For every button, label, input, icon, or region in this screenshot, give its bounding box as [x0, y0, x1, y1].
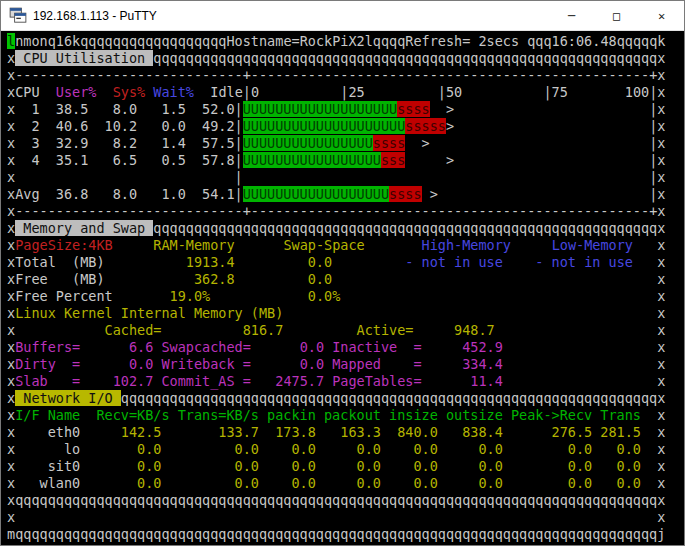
terminal-segment: x [7, 118, 15, 134]
terminal-line: x wlan0 0.0 0.0 0.0 0.0 0.0 0.0 0.0 0.0 … [7, 475, 665, 492]
putty-icon [9, 7, 27, 25]
terminal-segment: qqqqqqqqqqqqqqqqqqqqqqqqqqqqqqqqqqqqqqqq… [153, 220, 657, 236]
terminal-segment: x [7, 288, 15, 304]
terminal-segment [503, 356, 657, 372]
terminal-segment: x [7, 475, 15, 491]
terminal-segment: High-Memory [422, 237, 511, 253]
terminal-segment: x [7, 356, 15, 372]
terminal-line: x | |x [7, 169, 665, 186]
terminal-line: xLinux Kernel Internal Memory (MB) x [7, 305, 665, 322]
terminal-segment: - not in use [405, 254, 503, 270]
terminal-right-border: x [657, 254, 665, 271]
terminal-segment: qqqqqqqqqqqqqqqqqqqqqqqqqqqqqqqqqqqqqqqq… [121, 390, 657, 406]
terminal-right-border: j [657, 526, 665, 543]
terminal-segment: x [7, 169, 15, 185]
terminal-segment: PageSize:4KB [15, 237, 113, 253]
terminal-segment: nmonq16k [15, 33, 80, 49]
terminal-segment: |0 |25 |50 |75 100| [243, 84, 658, 100]
terminal-segment: x [7, 305, 15, 321]
terminal-segment: ----------------------------------------… [251, 67, 649, 83]
terminal-line: x----------------------------+----------… [7, 203, 665, 220]
terminal-segment: Free Percent [15, 288, 113, 304]
terminal-segment: sss [381, 152, 405, 168]
terminal-line: xBuffers= 6.6 Swapcached= 0.0 Inactive =… [7, 339, 665, 356]
terminal-segment: Swap-Space [283, 237, 364, 253]
terminal-segment [633, 237, 657, 253]
terminal-segment [365, 237, 422, 253]
terminal-segment: x [7, 373, 15, 389]
terminal-line: x 4 35.1 6.5 0.5 57.8|UUUUUUUUUUUUUUUUUs… [7, 152, 665, 169]
terminal-segment: x [7, 152, 15, 168]
terminal-segment: Wait% [153, 84, 194, 100]
terminal-segment: Commit_AS = [161, 373, 250, 389]
terminal-line: xFree (MB) 362.8 0.0 x [7, 271, 665, 288]
terminal-segment: | [649, 118, 657, 134]
terminal-segment: x [7, 67, 15, 83]
terminal-segment [503, 373, 657, 389]
terminal-segment: Total (MB) [15, 254, 104, 270]
terminal-segment: ssss [397, 101, 430, 117]
terminal-line: x 3 32.9 8.2 1.4 57.5|UUUUUUUUUUUUUUUUss… [7, 135, 665, 152]
terminal-segment: PageTables= [332, 373, 421, 389]
terminal-segment: > [446, 118, 454, 134]
terminal-segment: 2475.7 [251, 373, 324, 389]
terminal-line: x Network I/O qqqqqqqqqqqqqqqqqqqqqqqqqq… [7, 390, 665, 407]
terminal-right-border: x [657, 152, 665, 169]
terminal-segment [495, 322, 658, 338]
terminal-segment [283, 322, 356, 338]
terminal-segment: qqqqqqqqqqqqqqqqqqqqqqqqqqqqqqqqqqqqqqqq… [15, 526, 657, 542]
terminal-segment: Memory and Swap [15, 220, 153, 236]
terminal-segment: 142.5 133.7 173.8 163.3 840.0 838.4 276.… [80, 424, 641, 440]
minimize-button[interactable]: ─ [549, 1, 594, 30]
terminal-right-border: x [657, 271, 665, 288]
terminal-right-border: x [657, 475, 665, 492]
terminal-segment: | [649, 169, 657, 185]
terminal[interactable]: lnmonq16kqqqqqqqqqqqqqqqqqqHostname=Rock… [1, 31, 684, 546]
terminal-segment: Writeback = [161, 356, 250, 372]
terminal-segment: > [430, 101, 454, 117]
terminal-segment: x [7, 50, 15, 66]
terminal-segment [15, 322, 104, 338]
terminal-segment [243, 169, 649, 185]
terminal-segment: x [7, 458, 15, 474]
terminal-right-border: x [657, 84, 665, 101]
terminal-segment: ----------------------------------------… [251, 203, 649, 219]
terminal-right-border: x [657, 101, 665, 118]
terminal-segment [503, 254, 536, 270]
terminal-segment: ---------------------------- [15, 67, 243, 83]
terminal-segment: x [7, 135, 15, 151]
terminal-segment [430, 135, 649, 151]
terminal-right-border: x [657, 50, 665, 67]
close-button[interactable]: ✕ [639, 1, 684, 30]
terminal-segment: x [7, 101, 15, 117]
terminal-segment: x [7, 424, 15, 440]
terminal-line: x sit0 0.0 0.0 0.0 0.0 0.0 0.0 0.0 0.0 x [7, 458, 665, 475]
terminal-segment [283, 305, 657, 321]
terminal-segment: wlan0 [15, 475, 80, 491]
terminal-segment [15, 169, 234, 185]
title-bar[interactable]: 192.168.1.113 - PuTTY ─ □ ✕ [1, 1, 684, 31]
terminal-right-border: x [657, 305, 665, 322]
terminal-segment: CPU [15, 84, 56, 100]
terminal-segment [324, 373, 332, 389]
terminal-segment [454, 152, 649, 168]
terminal-segment: lqqqq [365, 33, 406, 49]
terminal-right-border: x [657, 288, 665, 305]
terminal-right-border: x [657, 67, 665, 84]
terminal-segment: qqqqqqqqqqqqqqqqqqqqqqqqqqqqqqqqqqqqqqqq… [15, 492, 657, 508]
terminal-segment: + [243, 203, 251, 219]
terminal-right-border: x [657, 118, 665, 135]
terminal-segment: CPU Utilisation [15, 50, 153, 66]
terminal-segment: > [405, 152, 454, 168]
maximize-button[interactable]: □ [594, 1, 639, 30]
terminal-segment: UUUUUUUUUUUUUUUUU [243, 152, 381, 168]
terminal-segment: x [7, 339, 15, 355]
terminal-line: xFree Percent 19.0% 0.0% x [7, 288, 665, 305]
terminal-segment: x [7, 509, 15, 525]
terminal-segment: 334.4 [422, 356, 503, 372]
terminal-line: x Cached= 816.7 Active= 948.7 x [7, 322, 665, 339]
terminal-right-border: x [657, 322, 665, 339]
terminal-segment: Free (MB) [15, 271, 104, 287]
terminal-right-border: x [657, 424, 665, 441]
terminal-right-border: x [657, 237, 665, 254]
